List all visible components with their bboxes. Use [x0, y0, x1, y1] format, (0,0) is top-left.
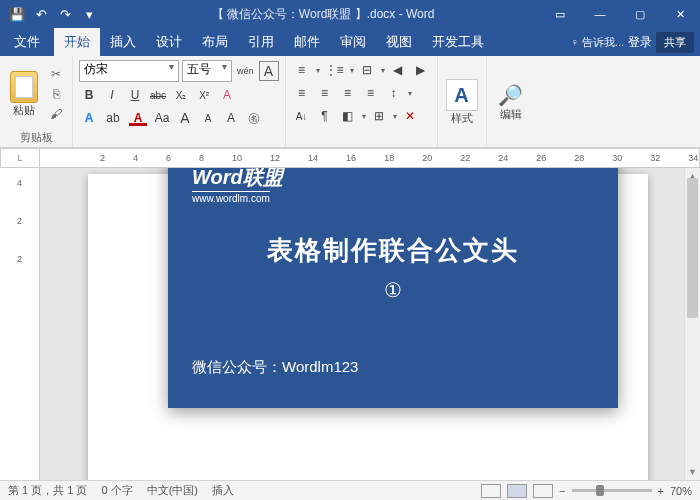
font-size-select[interactable]: 五号: [182, 60, 232, 82]
format-painter-button[interactable]: 🖌: [46, 105, 66, 123]
change-case-button[interactable]: Aa: [152, 108, 172, 128]
text-effects-button[interactable]: A: [79, 108, 99, 128]
status-page[interactable]: 第 1 页，共 1 页: [8, 483, 87, 498]
italic-button[interactable]: I: [102, 85, 122, 105]
scroll-thumb[interactable]: [687, 178, 698, 318]
superscript-button[interactable]: X²: [194, 85, 214, 105]
login-link[interactable]: 登录: [628, 34, 652, 51]
view-print-button[interactable]: [507, 484, 527, 498]
group-clipboard-label: 剪贴板: [6, 128, 66, 145]
clipboard-icon: [10, 71, 38, 103]
tab-file[interactable]: 文件: [0, 28, 54, 56]
align-left-button[interactable]: ≡: [292, 83, 312, 103]
cut-button[interactable]: ✂: [46, 65, 66, 83]
tab-design[interactable]: 设计: [146, 28, 192, 56]
status-language[interactable]: 中文(中国): [147, 483, 198, 498]
overlay-card: Word联盟 www.wordlm.com 表格制作联合公文头 ① 微信公众号：…: [168, 168, 618, 408]
shading-button[interactable]: ◧: [338, 106, 358, 126]
subscript-button[interactable]: X₂: [171, 85, 191, 105]
bold-button[interactable]: B: [79, 85, 99, 105]
numbering-button[interactable]: ⋮≡: [323, 60, 346, 80]
multilevel-button[interactable]: ⊟: [357, 60, 377, 80]
vertical-scrollbar[interactable]: ▲ ▼: [684, 168, 700, 480]
qat-customize[interactable]: ▾: [78, 3, 100, 25]
overlay-logo: Word联盟: [192, 168, 594, 191]
styles-button[interactable]: A 样式: [444, 60, 480, 145]
tab-references[interactable]: 引用: [238, 28, 284, 56]
tab-mailings[interactable]: 邮件: [284, 28, 330, 56]
zoom-slider[interactable]: [572, 489, 652, 492]
font-name-select[interactable]: 仿宋: [79, 60, 179, 82]
horizontal-ruler[interactable]: 2468101214161820222426283032343638404244…: [40, 148, 700, 168]
align-center-button[interactable]: ≡: [315, 83, 335, 103]
share-button[interactable]: 共享: [656, 32, 694, 53]
increase-indent-button[interactable]: ▶: [411, 60, 431, 80]
font-color-button[interactable]: A: [127, 108, 149, 128]
shrink-font-button[interactable]: A: [198, 108, 218, 128]
clear-format-button[interactable]: A: [217, 85, 237, 105]
view-web-button[interactable]: [533, 484, 553, 498]
search-icon: 🔎: [498, 83, 523, 107]
char-border-button[interactable]: A: [259, 61, 279, 81]
underline-button[interactable]: U: [125, 85, 145, 105]
strikethrough-button[interactable]: abc: [148, 85, 168, 105]
qat-save[interactable]: 💾: [6, 3, 28, 25]
bullets-button[interactable]: ≡: [292, 60, 312, 80]
highlight-button[interactable]: ab: [102, 108, 124, 128]
zoom-level[interactable]: 70%: [670, 485, 692, 497]
status-words[interactable]: 0 个字: [101, 483, 132, 498]
qat-undo[interactable]: ↶: [30, 3, 52, 25]
justify-button[interactable]: ≡: [361, 83, 381, 103]
editing-button[interactable]: 🔎 编辑: [493, 60, 529, 145]
decrease-indent-button[interactable]: ◀: [388, 60, 408, 80]
ribbon-display-icon[interactable]: ▭: [540, 0, 580, 28]
paste-button[interactable]: 粘贴: [6, 60, 42, 128]
tab-insert[interactable]: 插入: [100, 28, 146, 56]
overlay-footer: 微信公众号：Wordlm123: [192, 358, 594, 377]
tab-review[interactable]: 审阅: [330, 28, 376, 56]
enclose-char-button[interactable]: ㊔: [244, 108, 264, 128]
scroll-down-icon[interactable]: ▼: [685, 464, 700, 480]
align-right-button[interactable]: ≡: [338, 83, 358, 103]
close-button[interactable]: ✕: [660, 0, 700, 28]
sort-button[interactable]: A↓: [292, 106, 312, 126]
x-button[interactable]: ✕: [400, 106, 420, 126]
document-canvas[interactable]: Word联盟 www.wordlm.com 表格制作联合公文头 ① 微信公众号：…: [40, 168, 700, 480]
tab-view[interactable]: 视图: [376, 28, 422, 56]
styles-icon: A: [446, 79, 478, 111]
overlay-url: www.wordlm.com: [192, 191, 270, 204]
minimize-button[interactable]: —: [580, 0, 620, 28]
tab-selector[interactable]: L: [0, 148, 40, 168]
view-read-button[interactable]: [481, 484, 501, 498]
zoom-out-button[interactable]: −: [559, 485, 565, 497]
grow-font-button[interactable]: A: [175, 108, 195, 128]
tell-me-input[interactable]: ♀ 告诉我...: [571, 35, 624, 50]
show-marks-button[interactable]: ¶: [315, 106, 335, 126]
window-title: 【 微信公众号：Word联盟 】.docx - Word: [106, 6, 540, 23]
line-spacing-button[interactable]: ↕: [384, 83, 404, 103]
tab-layout[interactable]: 布局: [192, 28, 238, 56]
vertical-ruler[interactable]: 422: [0, 168, 40, 480]
overlay-number: ①: [192, 278, 594, 302]
maximize-button[interactable]: ▢: [620, 0, 660, 28]
borders-button[interactable]: ⊞: [369, 106, 389, 126]
tab-developer[interactable]: 开发工具: [422, 28, 494, 56]
phonetic-guide-button[interactable]: wén: [235, 61, 256, 81]
tab-home[interactable]: 开始: [54, 28, 100, 56]
zoom-in-button[interactable]: +: [658, 485, 664, 497]
copy-button[interactable]: ⎘: [46, 85, 66, 103]
char-shading-button[interactable]: A: [221, 108, 241, 128]
qat-redo[interactable]: ↷: [54, 3, 76, 25]
status-insert[interactable]: 插入: [212, 483, 234, 498]
overlay-title: 表格制作联合公文头: [192, 233, 594, 268]
